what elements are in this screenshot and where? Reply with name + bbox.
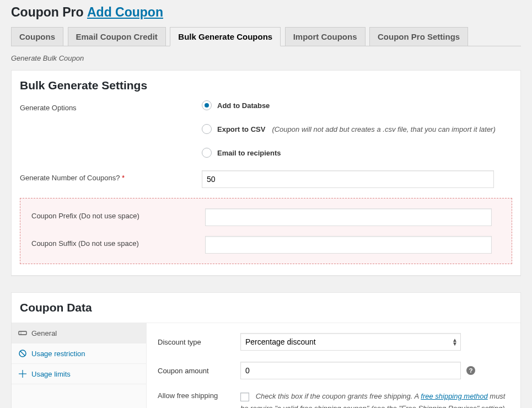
radio-icon xyxy=(202,148,212,158)
page-title: Coupon Pro xyxy=(11,5,84,19)
coupon-data-sidebar: General Usage restriction Usage limits xyxy=(12,323,147,408)
add-coupon-link[interactable]: Add Coupon xyxy=(87,5,163,19)
svg-rect-0 xyxy=(19,331,26,335)
free-shipping-checkbox[interactable] xyxy=(240,393,249,401)
discount-type-label: Discount type xyxy=(158,338,240,346)
coupon-prefix-label: Coupon Prefix (Do not use space) xyxy=(31,208,205,220)
coupon-prefix-input[interactable] xyxy=(205,208,492,226)
tab-coupons[interactable]: Coupons xyxy=(11,27,63,46)
radio-email-recipients[interactable]: Email to recipients xyxy=(202,148,512,158)
ban-icon xyxy=(18,349,27,358)
sidebar-item-label: General xyxy=(31,329,57,337)
generate-number-label: Generate Number of Coupons? * xyxy=(20,170,202,182)
tab-coupon-pro-settings[interactable]: Coupon Pro Settings xyxy=(369,27,468,46)
page-subtitle: Generate Bulk Coupon xyxy=(11,54,521,62)
sidebar-item-label: Usage restriction xyxy=(31,350,85,358)
free-shipping-method-link[interactable]: free shipping method xyxy=(421,392,487,400)
page-heading: Coupon Pro Add Coupon xyxy=(11,0,521,22)
export-csv-hint: (Coupon will not add but creates a .csv … xyxy=(272,125,495,133)
coupon-amount-label: Coupon amount xyxy=(158,367,240,375)
radio-export-to-csv[interactable]: Export to CSV (Coupon will not add but c… xyxy=(202,124,512,134)
discount-type-select[interactable]: Percentage discount xyxy=(240,333,461,351)
coupon-data-heading: Coupon Data xyxy=(12,293,520,323)
coupon-suffix-label: Coupon Suffix (Do not use space) xyxy=(31,236,205,248)
sidebar-item-label: Usage limits xyxy=(31,370,71,378)
tab-import-coupons[interactable]: Import Coupons xyxy=(285,27,366,46)
coupon-data-main: Discount type Percentage discount ▲▼ Cou… xyxy=(147,323,520,408)
help-icon[interactable]: ? xyxy=(466,366,475,375)
radio-icon xyxy=(202,124,212,134)
sidebar-item-general[interactable]: General xyxy=(12,323,146,343)
coupon-amount-input[interactable] xyxy=(240,362,461,379)
tab-bar: Coupons Email Coupon Credit Bulk Generat… xyxy=(11,22,521,46)
generate-options-label: Generate Options xyxy=(20,100,202,112)
bulk-generate-panel: Bulk Generate Settings Generate Options … xyxy=(11,70,521,276)
prefix-suffix-box: Coupon Prefix (Do not use space) Coupon … xyxy=(20,198,512,264)
bulk-generate-heading: Bulk Generate Settings xyxy=(12,71,520,98)
free-shipping-hint: Check this box if the coupon grants free… xyxy=(240,392,507,408)
coupon-suffix-input[interactable] xyxy=(205,236,492,254)
free-shipping-label: Allow free shipping xyxy=(158,390,240,400)
sidebar-item-usage-restriction[interactable]: Usage restriction xyxy=(12,343,146,364)
coupon-data-panel: Coupon Data General Usage restriction xyxy=(11,292,521,408)
tab-email-coupon-credit[interactable]: Email Coupon Credit xyxy=(68,27,166,46)
sidebar-item-usage-limits[interactable]: Usage limits xyxy=(12,364,146,384)
svg-line-3 xyxy=(20,351,25,356)
radio-icon xyxy=(202,100,212,110)
ticket-icon xyxy=(18,329,27,337)
radio-add-to-database[interactable]: Add to Databse xyxy=(202,100,512,110)
tab-bulk-generate[interactable]: Bulk Generate Coupons xyxy=(170,27,281,46)
crosshair-icon xyxy=(18,369,27,378)
generate-number-input[interactable] xyxy=(202,170,494,188)
